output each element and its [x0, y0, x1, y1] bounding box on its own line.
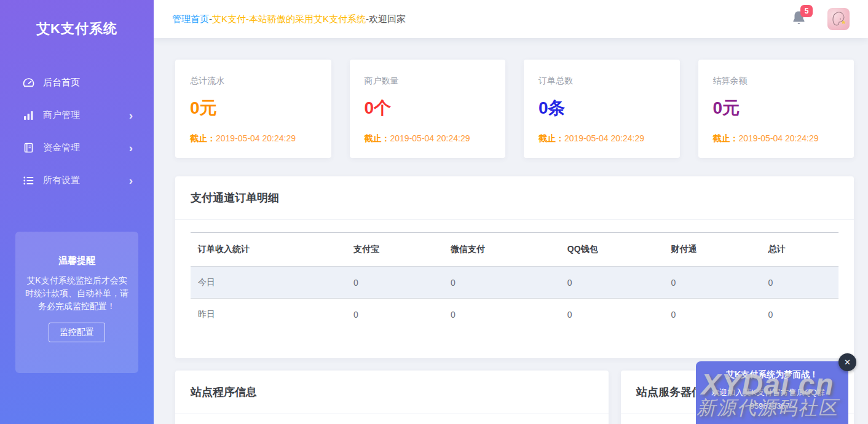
sidebar-item-label: 所有设置: [43, 175, 80, 186]
stat-deadline-time: 2019-05-04 20:24:29: [216, 133, 296, 143]
cell-value: 0: [560, 299, 664, 331]
notice-body: 艾K支付系统监控后才会实时统计款项、自动补单，请务必完成监控配置！: [23, 274, 131, 313]
stat-title: 总计流水: [190, 76, 317, 87]
stat-title: 商户数量: [365, 76, 491, 87]
stat-deadline-label: 截止：: [713, 133, 739, 143]
stat-title: 订单总数: [539, 76, 665, 87]
chevron-right-icon: ›: [129, 109, 133, 120]
sidebar-item-funds[interactable]: 资金管理 ›: [0, 132, 154, 164]
sidebar-nav: 后台首页 商户管理 › 资金管理 › 所有设置 ›: [0, 66, 154, 197]
cell-value: 0: [560, 267, 664, 299]
sidebar-item-label: 资金管理: [43, 142, 80, 154]
col-header: 支付宝: [346, 233, 443, 267]
notice-title: 温馨提醒: [15, 255, 138, 267]
popup-close-button[interactable]: ✕: [838, 353, 856, 371]
order-table-wrap: 订单收入统计 支付宝 微信支付 QQ钱包 财付通 总计 今日 0 0 0 0: [175, 220, 854, 358]
stats-row: 总计流水 0元 截止：2019-05-04 20:24:29 商户数量 0个 截…: [175, 60, 854, 158]
col-header: 微信支付: [443, 233, 560, 267]
user-avatar[interactable]: [827, 8, 850, 30]
notification-badge: 5: [800, 5, 813, 17]
stat-deadline: 截止：2019-05-04 20:24:29: [713, 133, 840, 144]
monitor-config-button[interactable]: 监控配置: [49, 323, 105, 342]
sidebar-item-dashboard[interactable]: 后台首页: [0, 66, 154, 99]
stat-deadline-label: 截止：: [190, 133, 216, 143]
cell-value: 0: [760, 299, 838, 331]
stat-deadline-time: 2019-05-04 20:24:29: [390, 133, 470, 143]
sidebar-item-label: 后台首页: [43, 77, 80, 88]
breadcrumb-welcome-text: 欢迎回家: [369, 14, 406, 24]
bar-chart-icon: [22, 109, 34, 122]
sidebar: 艾K支付系统 后台首页 商户管理 › 资金管理 › 所有设置: [0, 0, 154, 424]
cell-value: 0: [443, 299, 560, 331]
table-row-today: 今日 0 0 0 0 0: [191, 267, 838, 299]
stat-card-order-count: 订单总数 0条 截止：2019-05-04 20:24:29: [524, 60, 680, 158]
order-income-table: 订单收入统计 支付宝 微信支付 QQ钱包 财付通 总计 今日 0 0 0 0: [191, 232, 838, 331]
breadcrumb-site-name: 艾K支付-本站骄傲的采用艾K支付系统: [212, 14, 366, 24]
sidebar-item-label: 商户管理: [43, 109, 80, 121]
stat-deadline-label: 截止：: [365, 133, 390, 143]
cell-value: 0: [663, 299, 760, 331]
col-header: 订单收入统计: [191, 233, 346, 267]
cell-value: 0: [346, 267, 443, 299]
sidebar-notice-card: 温馨提醒 艾K支付系统监控后才会实时统计款项、自动补单，请务必完成监控配置！ 监…: [15, 232, 138, 373]
topbar-right: 5: [792, 8, 850, 30]
stat-card-settlement-balance: 结算余额 0元 截止：2019-05-04 20:24:29: [698, 60, 854, 158]
sidebar-item-settings[interactable]: 所有设置 ›: [0, 164, 154, 197]
close-icon: ✕: [844, 358, 851, 367]
breadcrumb-home-link[interactable]: 管理首页: [172, 14, 209, 24]
stat-card-total-flow: 总计流水 0元 截止：2019-05-04 20:24:29: [175, 60, 331, 158]
stat-deadline: 截止：2019-05-04 20:24:29: [539, 133, 665, 144]
order-detail-panel-title: 支付通道订单明细: [191, 190, 838, 205]
promo-popup-title: 艾K支付系统为梦而战！: [706, 369, 838, 380]
stat-deadline: 截止：2019-05-04 20:24:29: [365, 133, 491, 144]
stat-card-merchant-count: 商户数量 0个 截止：2019-05-04 20:24:29: [350, 60, 506, 158]
order-detail-panel: 支付通道订单明细 订单收入统计 支付宝 微信支付 QQ钱包 财付通 总计 今日: [175, 176, 854, 358]
notifications-button[interactable]: 5: [792, 10, 808, 28]
stat-deadline-label: 截止：: [539, 133, 564, 143]
col-header: QQ钱包: [560, 233, 664, 267]
order-detail-panel-head: 支付通道订单明细: [175, 176, 854, 220]
promo-popup-body: 欢迎加入艾K支付官方售后QQ群：959638367~: [706, 386, 838, 413]
chevron-right-icon: ›: [129, 141, 133, 153]
avatar-illustration-icon: [827, 8, 850, 30]
cell-value: 0: [663, 267, 760, 299]
stat-value: 0条: [539, 96, 665, 120]
sidebar-item-merchants[interactable]: 商户管理 ›: [0, 99, 154, 132]
table-header-row: 订单收入统计 支付宝 微信支付 QQ钱包 财付通 总计: [191, 233, 838, 267]
site-program-info-panel: 站点程序信息: [175, 371, 609, 424]
row-label: 昨日: [191, 299, 346, 331]
col-header: 总计: [760, 233, 838, 267]
table-row-yesterday: 昨日 0 0 0 0 0: [191, 299, 838, 331]
row-label: 今日: [191, 267, 346, 299]
ledger-icon: [22, 142, 34, 154]
promo-popup: 艾K支付系统为梦而战！ 欢迎加入艾K支付官方售后QQ群：959638367~: [696, 361, 848, 424]
dashboard-icon: [22, 77, 34, 89]
stat-value: 0个: [365, 96, 491, 120]
site-program-info-head: 站点程序信息: [175, 371, 609, 414]
site-program-info-title: 站点程序信息: [191, 385, 593, 399]
stat-value: 0元: [190, 96, 317, 120]
settings-list-icon: [22, 175, 34, 187]
stat-deadline-time: 2019-05-04 20:24:29: [739, 133, 819, 143]
app-logo: 艾K支付系统: [0, 0, 154, 38]
cell-value: 0: [346, 299, 443, 331]
cell-value: 0: [443, 267, 560, 299]
col-header: 财付通: [663, 233, 760, 267]
chevron-right-icon: ›: [129, 174, 133, 186]
stat-value: 0元: [713, 96, 840, 120]
stat-deadline: 截止：2019-05-04 20:24:29: [190, 133, 317, 144]
stat-deadline-time: 2019-05-04 20:24:29: [564, 133, 644, 143]
topbar: 管理首页-艾K支付-本站骄傲的采用艾K支付系统-欢迎回家 5: [154, 0, 868, 38]
cell-value: 0: [760, 267, 838, 299]
stat-title: 结算余额: [713, 76, 840, 87]
breadcrumb: 管理首页-艾K支付-本站骄傲的采用艾K支付系统-欢迎回家: [172, 14, 406, 25]
